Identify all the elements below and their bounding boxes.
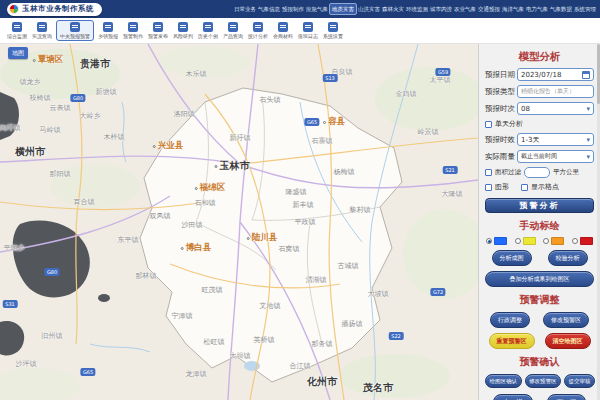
toolbar-item-系统设置[interactable]: 系统设置 — [322, 21, 344, 40]
draw-color-option[interactable] — [515, 237, 536, 245]
toolbar-item-label: 预警发布 — [148, 33, 168, 39]
toolbar-item-乡镇预报[interactable]: 乡镇预报 — [97, 21, 119, 40]
forecast-date-input[interactable]: 2023/07/18 — [517, 68, 594, 81]
nav-item-气象信息[interactable]: 气象信息 — [257, 4, 281, 15]
toolbar-item-实况查询[interactable]: 实况查询 — [31, 21, 53, 40]
nav-item-山洪灾害[interactable]: 山洪灾害 — [357, 4, 381, 15]
map-city-label-text: 茂名市 — [363, 381, 393, 395]
map-town-label: 石窝镇 — [279, 244, 300, 254]
map-town-label: 松旺镇 — [204, 337, 225, 347]
forecast-date-value: 2023/07/18 — [521, 71, 582, 79]
panel-button-分析成图[interactable]: 分析成图 — [492, 250, 532, 266]
forecast-type-input[interactable]: 精细化报告（单天） — [517, 85, 594, 98]
map-town-label-text: 镇龙乡 — [20, 77, 41, 87]
nav-item-应急气象[interactable]: 应急气象 — [305, 4, 329, 15]
actual-rain-value: 截止当前时间 — [521, 152, 586, 161]
grid-checkbox[interactable] — [521, 184, 528, 191]
nav-item-农业气象[interactable]: 农业气象 — [453, 4, 477, 15]
map-town-label-text: 双凤镇 — [150, 211, 171, 221]
toolbar-item-产品查询[interactable]: 产品查询 — [222, 21, 244, 40]
map-town-label: 文地镇 — [260, 301, 281, 311]
document-icon — [128, 22, 138, 32]
nav-item-环境监测[interactable]: 环境监测 — [405, 4, 429, 15]
color-radio[interactable] — [515, 238, 521, 244]
map-town-label: 那阳镇 — [50, 169, 71, 179]
nav-item-地质灾害[interactable]: 地质灾害 — [329, 3, 357, 15]
panel-button-绘图区确认[interactable]: 绘图区确认 — [485, 374, 522, 388]
adjust-color-buttons: 重置预警区 清空绘图区 — [485, 333, 594, 349]
chevron-down-icon: ▾ — [586, 105, 590, 113]
toolbar-item-预警制作[interactable]: 预警制作 — [122, 21, 144, 40]
map-town-label: 石头镇 — [260, 95, 281, 105]
map-county-label-text: 福绵区 — [200, 182, 226, 194]
nav-item-交通预报[interactable]: 交通预报 — [477, 4, 501, 15]
nav-item-气象数据[interactable]: 气象数据 — [549, 4, 573, 15]
toolbar-item-风险研判[interactable]: 风险研判 — [172, 21, 194, 40]
map-town-label-text: 那林镇 — [136, 271, 157, 281]
map-layer-button[interactable]: 地图 — [8, 47, 28, 59]
map-town-label: 大隆镇 — [442, 189, 463, 199]
forecast-hour-select[interactable]: 08 ▾ — [517, 102, 594, 115]
toolbar-item-综合监测[interactable]: 综合监测 — [6, 21, 28, 40]
nav-item-森林火灾[interactable]: 森林火灾 — [381, 4, 405, 15]
overlay-row: 叠加分析成果到绘图区 — [485, 271, 594, 287]
toolbar-item-值班日志[interactable]: 值班日志 — [297, 21, 319, 40]
document-icon — [178, 22, 188, 32]
road-shield-badge: G72 — [430, 288, 445, 296]
map-town-label-text: 清湖镇 — [306, 275, 327, 285]
panel-button-修改预警区[interactable]: 修改预警区 — [543, 312, 589, 328]
panel-button-提交审核[interactable]: 提交审核 — [564, 374, 595, 388]
overlay-button[interactable]: 叠加分析成果到绘图区 — [485, 271, 594, 287]
panel-button-修改预警区[interactable]: 修改预警区 — [525, 374, 562, 388]
draw-color-option[interactable] — [543, 237, 564, 245]
map-town-label: 杨梅镇 — [334, 167, 355, 177]
panel-button-校验分析[interactable]: 校验分析 — [548, 250, 588, 266]
map-town-label: 平朗乡 — [4, 243, 25, 253]
map-town-label: 金鸡镇 — [396, 89, 417, 99]
forecast-period-select[interactable]: 1-3天 ▾ — [517, 133, 594, 146]
area-filter-checkbox[interactable] — [485, 169, 492, 176]
toolbar-item-历史个例[interactable]: 历史个例 — [197, 21, 219, 40]
reset-warning-button[interactable]: 重置预警区 — [489, 333, 535, 349]
map-town-label: 黎村镇 — [350, 205, 371, 215]
color-radio[interactable] — [543, 238, 549, 244]
map-canvas[interactable]: 地图 贵港市横州市玉林市化州市茂名市覃塘区兴业县容县福绵区陆川县博白县镇龙乡新塘… — [0, 44, 478, 400]
map-town-label: 镇龙乡 — [20, 77, 41, 87]
analyze-button[interactable]: 预警分析 — [485, 198, 594, 213]
shape-checkbox[interactable] — [485, 184, 492, 191]
toolbar-item-预警发布[interactable]: 预警发布 — [147, 21, 169, 40]
color-radio[interactable] — [486, 238, 492, 244]
map-town-label-text: 陶圩镇 — [0, 123, 21, 133]
map-town-label: 洛阳镇 — [174, 109, 195, 119]
draw-color-option[interactable] — [572, 237, 593, 245]
place-marker-dot — [153, 145, 156, 148]
nav-item-城市内涝[interactable]: 城市内涝 — [429, 4, 453, 15]
shape-label: 图形 — [495, 182, 509, 192]
nav-item-海洋气象[interactable]: 海洋气象 — [501, 4, 525, 15]
draw-color-option[interactable] — [486, 237, 507, 245]
prev-report-button[interactable]: 上一报 — [493, 394, 533, 400]
toolbar-item-中央预报预警[interactable]: 中央预报预警 — [56, 20, 94, 41]
nav-item-系统管理[interactable]: 系统管理 — [573, 4, 597, 15]
map-town-label-text: 石寨镇 — [312, 136, 333, 146]
color-radio[interactable] — [572, 238, 578, 244]
place-marker-dot — [181, 247, 184, 250]
app-title: 玉林市业务制作系统 — [22, 4, 94, 14]
panel-button-行政调整[interactable]: 行政调整 — [490, 312, 530, 328]
toolbar-item-会商材料[interactable]: 会商材料 — [272, 21, 294, 40]
nav-item-预报制作[interactable]: 预报制作 — [281, 4, 305, 15]
nav-item-日常业务[interactable]: 日常业务 — [233, 4, 257, 15]
map-town-label: 石寨镇 — [312, 136, 333, 146]
toolbar-item-统计分析[interactable]: 统计分析 — [247, 21, 269, 40]
map-town-label-text: 大坡镇 — [368, 289, 389, 299]
nav-item-电力气象[interactable]: 电力气象 — [525, 4, 549, 15]
next-report-button[interactable]: 下一报 — [547, 394, 587, 400]
area-filter-input[interactable] — [524, 167, 550, 178]
calendar-icon[interactable] — [582, 71, 590, 79]
actual-rain-select[interactable]: 截止当前时间 ▾ — [517, 150, 594, 163]
area-filter-row: 面积过滤 平方公里 — [485, 167, 594, 178]
map-town-label: 石和镇 — [195, 198, 216, 208]
clear-canvas-button[interactable]: 清空绘图区 — [545, 333, 591, 349]
forecast-period-label: 预报时效 — [485, 135, 517, 145]
single-day-checkbox[interactable] — [485, 121, 492, 128]
